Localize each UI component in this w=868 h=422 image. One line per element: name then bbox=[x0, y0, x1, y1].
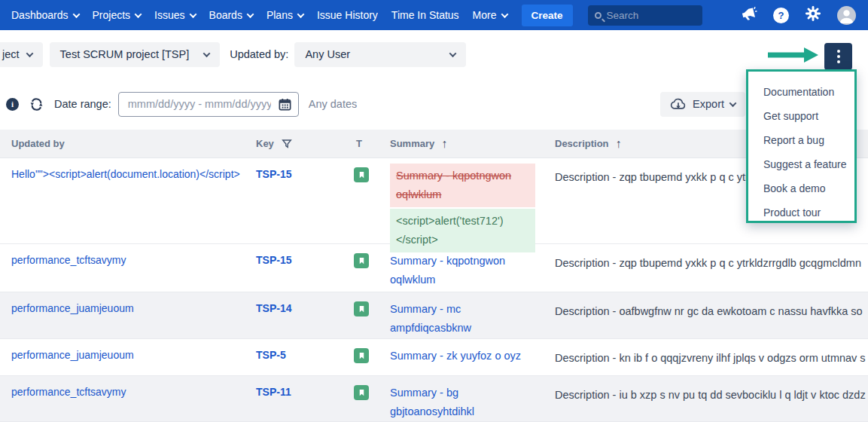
chevron-down-icon bbox=[72, 11, 80, 18]
calendar-icon[interactable] bbox=[278, 97, 292, 115]
filter-bar: ject Test SCRUM project [TSP] Updated by… bbox=[0, 30, 868, 78]
issue-key-link[interactable]: TSP-5 bbox=[256, 339, 346, 375]
issue-key-link[interactable]: TSP-11 bbox=[256, 376, 346, 421]
issue-key-link[interactable]: TSP-14 bbox=[256, 292, 346, 338]
annotation-arrow bbox=[766, 47, 819, 63]
updated-by-link[interactable]: performance_juamjeuoum bbox=[0, 339, 256, 375]
nav-issue-history[interactable]: Issue History bbox=[310, 0, 385, 30]
top-navbar: Dashboards Projects Issues Boards Plans … bbox=[0, 0, 868, 30]
description-cell: Description - iu b xzp s nv pu tq dd sev… bbox=[555, 376, 868, 421]
table-row: Hello""><script>alert(document.location)… bbox=[0, 158, 868, 244]
summary-link[interactable]: Summary - zk yuyfoz o oyz bbox=[390, 339, 555, 375]
refresh-icon[interactable] bbox=[29, 96, 44, 112]
export-button[interactable]: Export bbox=[660, 92, 745, 117]
project-type-dropdown[interactable]: ject bbox=[0, 42, 43, 67]
summary-diff-cell: Summary - kqpotngwon oqlwklum <script>al… bbox=[390, 158, 555, 252]
issue-type-cell bbox=[346, 376, 390, 421]
description-cell: Description - zqp tbupemd yxkk p q c ytr… bbox=[555, 244, 868, 292]
sort-asc-icon[interactable]: ↑ bbox=[441, 137, 447, 151]
updated-by-link[interactable]: performance_tcftsavymy bbox=[0, 244, 256, 292]
project-dropdown[interactable]: Test SCRUM project [TSP] bbox=[50, 42, 221, 67]
description-cell: Description - kn ib f o qqqjzvreny ilhf … bbox=[555, 339, 868, 375]
sort-asc-icon[interactable]: ↑ bbox=[616, 137, 622, 151]
nav-time-in-status[interactable]: Time In Status bbox=[385, 0, 466, 30]
date-range-field bbox=[118, 92, 299, 117]
table-row: performance_tcftsavymy TSP-15 Summary - … bbox=[0, 244, 868, 292]
updated-by-link[interactable]: performance_juamjeuoum bbox=[0, 292, 256, 338]
filter-funnel-icon[interactable] bbox=[281, 138, 293, 150]
info-icon[interactable]: i bbox=[6, 98, 19, 111]
table-header: Updated by Key T Summary ↑ Description ↑ bbox=[0, 130, 868, 158]
issue-type-cell bbox=[346, 339, 390, 375]
table-row: performance_juamjeuoum TSP-14 Summary - … bbox=[0, 292, 868, 339]
cloud-download-icon bbox=[670, 97, 687, 111]
menu-item-documentation[interactable]: Documentation bbox=[763, 80, 854, 104]
search-input[interactable] bbox=[607, 10, 696, 21]
menu-item-report-a-bug[interactable]: Report a bug bbox=[763, 128, 854, 152]
story-type-icon bbox=[354, 348, 369, 363]
updated-by-dropdown[interactable]: Any User bbox=[294, 42, 466, 67]
chevron-down-icon bbox=[203, 50, 211, 57]
chevron-down-icon bbox=[135, 11, 142, 18]
description-cell: Description - oafbwgfnw nr gc da ewkotoa… bbox=[555, 292, 868, 338]
date-range-label: Date range: bbox=[54, 98, 111, 110]
user-avatar[interactable] bbox=[837, 6, 856, 25]
nav-issues[interactable]: Issues bbox=[148, 0, 202, 30]
issue-key-link[interactable]: TSP-15 bbox=[256, 244, 346, 292]
chevron-down-icon bbox=[297, 11, 304, 18]
settings-icon[interactable] bbox=[805, 5, 821, 25]
col-summary[interactable]: Summary ↑ bbox=[390, 137, 555, 151]
menu-item-suggest-a-feature[interactable]: Suggest a feature bbox=[763, 152, 854, 176]
global-search[interactable] bbox=[588, 5, 702, 26]
any-dates-hint: Any dates bbox=[309, 98, 358, 110]
col-type[interactable]: T bbox=[346, 138, 390, 149]
summary-link[interactable]: Summary - kqpotngwon oqlwklum bbox=[390, 244, 555, 292]
kebab-dropdown-menu: Documentation Get support Report a bug S… bbox=[746, 69, 857, 223]
app-root: Dashboards Projects Issues Boards Plans … bbox=[0, 0, 868, 422]
story-type-icon bbox=[354, 301, 369, 316]
chevron-down-icon bbox=[26, 50, 33, 57]
nav-projects[interactable]: Projects bbox=[86, 0, 148, 30]
issue-key-link[interactable]: TSP-15 bbox=[256, 158, 346, 252]
chevron-down-icon bbox=[501, 11, 508, 18]
story-type-icon bbox=[354, 385, 369, 400]
menu-item-book-a-demo[interactable]: Book a demo bbox=[763, 176, 854, 200]
help-icon[interactable]: ? bbox=[773, 8, 789, 23]
toolbar: i Date range: bbox=[0, 78, 868, 130]
announcement-icon[interactable] bbox=[740, 5, 757, 26]
summary-link[interactable]: Summary - mc ampfdiqcasbknw bbox=[390, 292, 555, 338]
issue-type-cell bbox=[346, 292, 390, 338]
updated-by-link[interactable]: Hello""><script>alert(document.location)… bbox=[0, 158, 256, 252]
chevron-down-icon bbox=[729, 99, 737, 107]
updated-by-link[interactable]: performance_tcftsavymy bbox=[0, 376, 256, 421]
menu-item-product-tour[interactable]: Product tour bbox=[763, 200, 854, 225]
col-updated-by[interactable]: Updated by bbox=[0, 138, 256, 149]
updated-by-label: Updated by: bbox=[230, 48, 288, 60]
issue-type-cell bbox=[346, 244, 390, 292]
summary-link[interactable]: Summary - bg gbjtoanosyhtdihkl bbox=[390, 376, 555, 421]
nav-boards[interactable]: Boards bbox=[203, 0, 260, 30]
table-row: performance_juamjeuoum TSP-5 Summary - z… bbox=[0, 339, 868, 376]
story-type-icon bbox=[354, 167, 369, 182]
col-key[interactable]: Key bbox=[256, 138, 346, 150]
kebab-menu-button[interactable] bbox=[824, 43, 852, 70]
story-type-icon bbox=[354, 253, 369, 268]
date-range-input[interactable] bbox=[118, 92, 299, 117]
navbar-icons: ? bbox=[740, 5, 856, 26]
issue-history-table: Updated by Key T Summary ↑ Description ↑… bbox=[0, 130, 868, 422]
search-icon bbox=[595, 12, 602, 19]
menu-item-get-support[interactable]: Get support bbox=[763, 104, 854, 128]
summary-removed-text: Summary - kqpotngwon oqlwklum bbox=[390, 164, 535, 207]
table-row: performance_tcftsavymy TSP-11 Summary - … bbox=[0, 376, 868, 422]
nav-more[interactable]: More bbox=[466, 0, 514, 30]
nav-dashboards[interactable]: Dashboards bbox=[5, 0, 86, 30]
issue-type-cell bbox=[346, 158, 390, 252]
chevron-down-icon bbox=[449, 50, 457, 57]
create-button[interactable]: Create bbox=[522, 5, 573, 26]
chevron-down-icon bbox=[246, 11, 254, 18]
chevron-down-icon bbox=[189, 11, 196, 18]
nav-plans[interactable]: Plans bbox=[260, 0, 310, 30]
